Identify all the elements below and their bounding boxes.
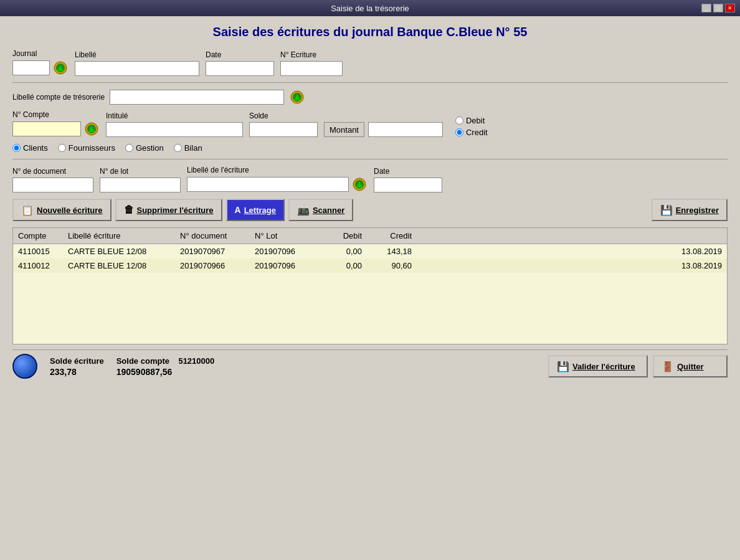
- valider-icon: 💾: [557, 361, 569, 373]
- libelle-ecriture-arrow-button[interactable]: [351, 176, 368, 192]
- libelle-compte-row: Libellé compte de trésorerie Carte bleue: [12, 89, 728, 105]
- clients-radio-item[interactable]: Clients: [12, 143, 48, 153]
- clients-radio[interactable]: [12, 144, 21, 152]
- cell-date-1: 13.08.2019: [414, 245, 724, 257]
- journal-arrow-button[interactable]: [52, 60, 69, 76]
- n-lot-input[interactable]: 2019070966: [100, 178, 181, 192]
- header-compte: Compte: [16, 230, 65, 242]
- libelle-compte-arrow-button[interactable]: [289, 89, 305, 105]
- date-field-group: Date 13.08.2019: [206, 50, 274, 76]
- close-button[interactable]: ✕: [725, 4, 735, 12]
- n-compte-input[interactable]: [12, 121, 81, 136]
- cell-n-lot-1: 201907096: [252, 245, 315, 257]
- titlebar-controls[interactable]: _ □ ✕: [701, 4, 735, 12]
- header-debit: Debit: [315, 230, 364, 242]
- scanner-button[interactable]: 📠 Scanner: [288, 199, 353, 221]
- solde-compte-label: Solde compte 51210000: [116, 356, 215, 366]
- lettrage-icon: A: [235, 205, 241, 215]
- nouvelle-ecriture-label: Nouvelle écriture: [37, 206, 103, 215]
- n-compte-label: N° Compte: [12, 110, 100, 119]
- valider-label: Valider l'écriture: [572, 362, 635, 371]
- n-ecriture-label: N° Ecriture: [280, 50, 343, 59]
- table-header: Compte Libellé écriture N° document N° L…: [13, 228, 727, 244]
- n-lot-field-group: N° de lot 2019070966: [100, 167, 181, 192]
- action-button-row: 📋 Nouvelle écriture 🗑 Supprimer l'écritu…: [12, 199, 728, 221]
- enregistrer-icon: 💾: [660, 204, 673, 216]
- header-n-document: N° document: [178, 230, 252, 242]
- scanner-label: Scanner: [313, 206, 344, 215]
- date-input[interactable]: 13.08.2019: [206, 61, 274, 76]
- montant-input[interactable]: [368, 122, 443, 137]
- intitule-label: Intitulé: [106, 112, 243, 120]
- debit-label: Debit: [466, 116, 485, 125]
- libelle-compte-input[interactable]: Carte bleue: [110, 90, 284, 105]
- nouvelle-ecriture-button[interactable]: 📋 Nouvelle écriture: [12, 199, 111, 221]
- maximize-button[interactable]: □: [713, 4, 723, 12]
- solde-compte-value: 190590887,56: [116, 367, 215, 377]
- intitule-input[interactable]: [106, 122, 243, 137]
- cell-n-lot-2: 201907096: [252, 260, 315, 272]
- n-compte-field-group: N° Compte: [12, 110, 100, 137]
- main-window: Saisie des écritures du journal Banque C…: [0, 16, 740, 560]
- n-document-field-group: N° de document 2019070966: [12, 167, 93, 192]
- cell-compte-2: 4110012: [16, 260, 65, 272]
- libelle-label: Libellé: [75, 50, 199, 59]
- cell-n-document-1: 2019070967: [178, 245, 252, 257]
- row-compte: N° Compte Intitulé: [12, 110, 728, 137]
- quitter-label: Quitter: [677, 362, 704, 371]
- n-ecriture-input[interactable]: 7838: [280, 61, 343, 76]
- enregistrer-button[interactable]: 💾 Enregistrer: [652, 199, 728, 221]
- debit-radio[interactable]: [455, 116, 463, 125]
- enregistrer-label: Enregistrer: [676, 206, 719, 215]
- table-row[interactable]: 4110015 CARTE BLEUE 12/08 2019070967 201…: [13, 244, 727, 259]
- cell-date-2: 13.08.2019: [414, 260, 724, 272]
- n-lot-label: N° de lot: [100, 167, 181, 176]
- date2-label: Date: [374, 167, 442, 176]
- date2-input[interactable]: [374, 178, 442, 192]
- header-credit: Credit: [364, 230, 414, 242]
- scanner-icon: 📠: [297, 204, 310, 216]
- fournisseurs-radio[interactable]: [58, 144, 66, 152]
- supprimer-ecriture-button[interactable]: 🗑 Supprimer l'écriture: [115, 199, 222, 221]
- valider-ecriture-button[interactable]: 💾 Valider l'écriture: [548, 355, 648, 377]
- cell-libelle-1: CARTE BLEUE 12/08: [65, 245, 178, 257]
- category-radio-group: Clients Fournisseurs Gestion Bilan: [12, 143, 728, 153]
- bilan-radio[interactable]: [174, 144, 182, 152]
- n-document-input[interactable]: 2019070966: [12, 178, 93, 192]
- credit-radio[interactable]: [455, 128, 463, 136]
- arrow-icon-4: [353, 178, 366, 191]
- date-label: Date: [206, 50, 274, 59]
- libelle-ecriture-input[interactable]: CARTE BLEUE 12/08: [187, 177, 349, 192]
- cell-debit-1: 0,00: [315, 245, 364, 257]
- lettrage-button[interactable]: A Lettrage: [226, 199, 285, 221]
- debit-radio-item[interactable]: Debit: [455, 116, 488, 125]
- journal-input[interactable]: 55: [12, 60, 50, 75]
- bilan-radio-item[interactable]: Bilan: [174, 143, 202, 153]
- titlebar-title: Saisie de la trésorerie: [331, 4, 409, 13]
- fournisseurs-radio-item[interactable]: Fournisseurs: [58, 143, 115, 153]
- quitter-button[interactable]: 🚪 Quitter: [653, 355, 728, 377]
- solde-compte-info: Solde compte 51210000 190590887,56: [116, 356, 215, 377]
- cell-credit-2: 90,60: [364, 260, 414, 272]
- row-journal: Journal 55 Libellé Banque C.Bleue Date 1…: [12, 49, 728, 76]
- table-body: 4110015 CARTE BLEUE 12/08 2019070967 201…: [13, 244, 727, 344]
- cell-credit-1: 143,18: [364, 245, 414, 257]
- credit-radio-item[interactable]: Credit: [455, 128, 488, 137]
- cell-n-document-2: 2019070966: [178, 260, 252, 272]
- table-row[interactable]: 4110012 CARTE BLEUE 12/08 2019070966 201…: [13, 259, 727, 273]
- solde-ecriture-label: Solde écriture: [50, 356, 104, 366]
- solde-input[interactable]: [249, 122, 318, 137]
- gestion-radio-item[interactable]: Gestion: [125, 143, 164, 153]
- entries-table: Compte Libellé écriture N° document N° L…: [12, 227, 728, 344]
- n-compte-arrow-button[interactable]: [83, 121, 100, 137]
- minimize-button[interactable]: _: [701, 4, 711, 12]
- cell-compte-1: 4110015: [16, 245, 65, 257]
- nouvelle-ecriture-icon: 📋: [21, 204, 34, 216]
- libelle-field-group: Libellé Banque C.Bleue: [75, 50, 199, 76]
- gestion-radio[interactable]: [125, 144, 133, 152]
- solde-field-group: Solde: [249, 112, 318, 137]
- header-n-lot: N° Lot: [252, 230, 315, 242]
- supprimer-ecriture-label: Supprimer l'écriture: [137, 206, 214, 215]
- montant-button[interactable]: Montant: [324, 122, 364, 137]
- libelle-input[interactable]: Banque C.Bleue: [75, 61, 199, 76]
